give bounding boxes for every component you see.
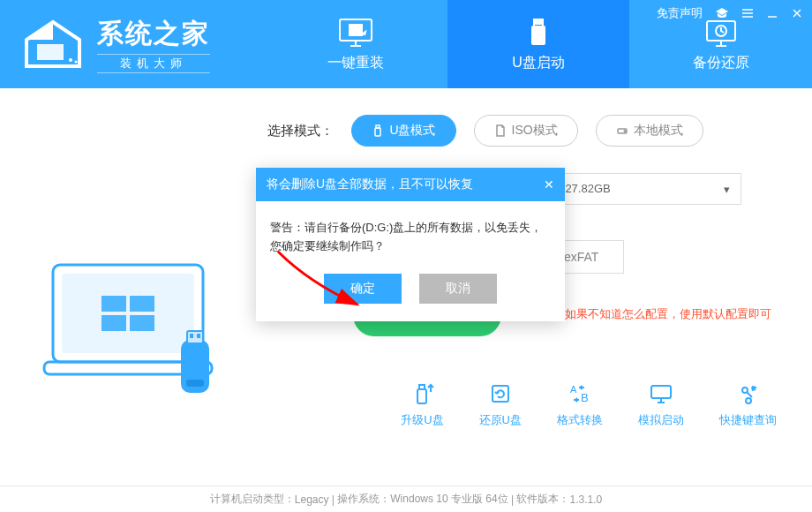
modal-header: 将会删除U盘全部数据，且不可以恢复 ✕ — [256, 168, 565, 201]
usb-drive-icon — [520, 17, 557, 49]
svg-rect-13 — [357, 25, 362, 29]
modal-title: 将会删除U盘全部数据，且不可以恢复 — [267, 177, 473, 192]
cancel-button[interactable]: 取消 — [419, 274, 497, 304]
tool-shortcut-lookup[interactable]: 快捷键查询 — [719, 380, 777, 428]
svg-rect-38 — [492, 386, 508, 402]
tool-upgrade-usb[interactable]: 升级U盘 — [401, 380, 443, 428]
disk-icon — [616, 124, 628, 137]
svg-rect-14 — [350, 31, 355, 35]
svg-rect-36 — [417, 389, 426, 403]
mode-label: 选择模式： — [267, 123, 334, 139]
nav-label: U盘启动 — [512, 54, 565, 72]
bottom-tools: 升级U盘 还原U盘 AB 格式转换 模拟启动 快捷键查询 — [401, 380, 777, 428]
svg-rect-34 — [197, 334, 200, 338]
logo: 系统之家 装机大师 — [0, 16, 265, 73]
confirm-modal: 将会删除U盘全部数据，且不可以恢复 ✕ 警告：请自行备份(D:G:)盘上的所有数… — [256, 168, 565, 321]
convert-icon: AB — [567, 380, 593, 407]
monitor-icon — [648, 380, 674, 407]
header: 免责声明 系统之家 装机大师 一键重装 U盘启动 备份还原 — [0, 0, 812, 88]
menu-icon[interactable] — [741, 7, 754, 19]
nav-usb-boot[interactable]: U盘启动 — [447, 0, 630, 88]
logo-title: 系统之家 — [97, 16, 210, 52]
svg-rect-12 — [350, 25, 355, 29]
svg-point-45 — [746, 398, 751, 403]
logo-subtitle: 装机大师 — [97, 54, 210, 73]
status-ver-label: 软件版本： — [516, 492, 569, 507]
svg-rect-32 — [187, 331, 203, 343]
svg-text:B: B — [581, 391, 589, 404]
monitor-icon — [337, 17, 374, 49]
mode-btn-label: U盘模式 — [389, 123, 435, 139]
tool-label: 格式转换 — [557, 412, 603, 428]
status-ver-value: 1.3.1.0 — [569, 493, 602, 506]
restore-icon — [487, 380, 514, 407]
status-os-value: Windows 10 专业版 64位 — [390, 492, 508, 507]
hat-icon[interactable] — [715, 7, 729, 19]
svg-rect-33 — [190, 334, 193, 338]
shortcut-icon — [735, 380, 762, 407]
svg-text:A: A — [570, 384, 577, 395]
tool-label: 快捷键查询 — [719, 412, 777, 428]
nav-label: 备份还原 — [693, 54, 749, 72]
status-bar: 计算机启动类型： Legacy | 操作系统： Windows 10 专业版 6… — [0, 486, 812, 512]
usb-icon — [372, 124, 384, 137]
svg-point-27 — [624, 131, 626, 132]
close-icon[interactable] — [791, 7, 803, 19]
mode-btn-label: 本地模式 — [634, 123, 683, 139]
mode-usb[interactable]: U盘模式 — [351, 115, 455, 147]
tool-label: 还原U盘 — [479, 412, 522, 428]
svg-rect-25 — [376, 125, 380, 128]
modal-body: 警告：请自行备份(D:G:)盘上的所有数据，以免丢失，您确定要继续制作吗？ — [256, 201, 565, 274]
mode-iso[interactable]: ISO模式 — [474, 115, 578, 147]
svg-rect-29 — [62, 274, 194, 353]
modal-footer: 确定 取消 — [256, 274, 565, 321]
svg-rect-24 — [375, 128, 380, 136]
close-icon[interactable]: ✕ — [544, 177, 554, 192]
nav-label: 一键重装 — [327, 54, 384, 72]
tool-restore-usb[interactable]: 还原U盘 — [479, 380, 522, 428]
svg-rect-16 — [531, 26, 545, 45]
tool-format-convert[interactable]: AB 格式转换 — [557, 380, 603, 428]
svg-point-7 — [69, 58, 72, 62]
titlebar: 免责声明 — [648, 0, 812, 26]
status-boot-label: 计算机启动类型： — [210, 492, 295, 507]
svg-rect-6 — [37, 44, 64, 60]
tool-label: 升级U盘 — [401, 412, 443, 428]
svg-rect-19 — [539, 21, 541, 24]
logo-icon — [18, 18, 88, 71]
svg-point-8 — [75, 61, 78, 64]
svg-rect-35 — [186, 380, 204, 387]
file-icon — [494, 124, 507, 137]
disclaimer-link[interactable]: 免责声明 — [657, 5, 703, 21]
tool-simulate-boot[interactable]: 模拟启动 — [638, 380, 684, 428]
usb-up-icon — [409, 380, 435, 407]
status-boot-value: Legacy — [295, 493, 329, 506]
tool-label: 模拟启动 — [638, 412, 684, 428]
nav-reinstall[interactable]: 一键重装 — [265, 0, 447, 88]
mode-selector: 选择模式： U盘模式 ISO模式 本地模式 — [194, 115, 777, 147]
svg-rect-37 — [419, 385, 425, 389]
svg-rect-15 — [357, 31, 362, 35]
confirm-button[interactable]: 确定 — [324, 274, 402, 304]
status-os-label: 操作系统： — [337, 492, 390, 507]
minimize-icon[interactable] — [766, 7, 778, 19]
mode-local[interactable]: 本地模式 — [596, 115, 703, 147]
svg-rect-18 — [536, 21, 538, 24]
laptop-usb-illustration — [35, 247, 229, 406]
chevron-down-icon: ▾ — [724, 183, 730, 196]
svg-rect-41 — [651, 386, 671, 398]
mode-btn-label: ISO模式 — [512, 123, 558, 139]
